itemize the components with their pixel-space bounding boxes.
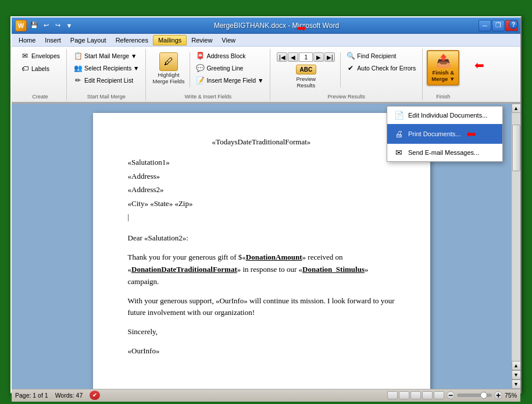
select-recip-label: Select Recipients ▼: [84, 65, 139, 72]
preview-results-button[interactable]: |◀ ◀ ▶ ▶| ABC PreviewResults: [274, 50, 338, 91]
scroll-track[interactable]: [512, 113, 520, 361]
wif-separator: [190, 52, 190, 87]
start-mail-merge-button[interactable]: 📋 Start Mail Merge ▼: [70, 50, 142, 62]
last-record-button[interactable]: ▶|: [324, 52, 335, 62]
ribbon-group-finish: 📤 Finish &Merge ▼ Finish ⬅: [423, 49, 463, 101]
next-record-button[interactable]: ▶: [313, 52, 324, 62]
spell-icon-inner: ✔: [92, 392, 97, 398]
save-qa-button[interactable]: 💾: [29, 20, 40, 31]
edit-individual-icon: 📄: [393, 109, 405, 121]
insert-merge-field-button[interactable]: 📝 Insert Merge Field ▼: [192, 75, 266, 86]
auto-check-errors-button[interactable]: ✔ Auto Check for Errors: [343, 62, 419, 74]
group-create-content: ✉ Envelopes 🏷 Labels: [17, 50, 63, 100]
labels-label: Labels: [31, 65, 49, 72]
envelopes-labels-col: ✉ Envelopes 🏷 Labels: [17, 50, 63, 83]
arrow-finish: ⬅: [474, 58, 484, 72]
vertical-scrollbar: ▲ ▲ ▼ ▼: [511, 104, 520, 389]
send-email-item[interactable]: ✉ Send E-mail Messages...: [387, 144, 502, 161]
edit-individual-docs-item[interactable]: 📄 Edit Individual Documents...: [387, 107, 502, 124]
menu-references[interactable]: References: [111, 36, 153, 45]
finish-merge-dropdown: 📄 Edit Individual Documents... 🖨 Print D…: [387, 106, 503, 162]
menu-home[interactable]: Home: [14, 36, 40, 45]
arrow-print: ⬅: [466, 127, 476, 141]
quick-access-toolbar: 💾 ↩ ↪ ▼: [29, 20, 74, 31]
send-email-icon: ✉: [393, 147, 405, 158]
menu-insert[interactable]: Insert: [40, 36, 66, 45]
qa-dropdown-button[interactable]: ▼: [64, 20, 74, 31]
finish-merge-label: Finish &Merge ▼: [431, 69, 455, 82]
full-screen-button[interactable]: [399, 391, 409, 399]
first-record-button[interactable]: |◀: [277, 52, 287, 62]
doc-citystatzip: «City» «State» «Zip»: [128, 198, 395, 210]
preview-col: 🔍 Find Recipient ✔ Auto Check for Errors: [343, 50, 419, 74]
ribbon: Home Insert Page Layout References Maili…: [12, 34, 520, 104]
status-right: − + 75%: [387, 391, 517, 399]
doc-para1: Thank you for your generous gift of $«Do…: [128, 251, 395, 288]
highlight-merge-fields-button[interactable]: 🖊 HighlightMerge Fields: [149, 50, 187, 87]
select-recipients-button[interactable]: 👥 Select Recipients ▼: [70, 62, 142, 74]
create-group-label: Create: [14, 94, 66, 100]
check-errors-label: Auto Check for Errors: [357, 65, 416, 72]
find-recip-icon: 🔍: [346, 51, 355, 61]
date-field: «TodaysDateTraditionalFormat»: [212, 137, 311, 146]
zoom-thumb: [480, 392, 487, 399]
scroll-thumb[interactable]: [512, 125, 520, 171]
edit-recipient-list-button[interactable]: ✏ Edit Recipient List: [70, 75, 142, 86]
menu-view[interactable]: View: [217, 36, 240, 45]
zoom-level: 75%: [505, 392, 517, 399]
find-recipient-button[interactable]: 🔍 Find Recipient: [343, 50, 419, 62]
ribbon-content: ✉ Envelopes 🏷 Labels Create: [12, 47, 520, 102]
smm-col: 📋 Start Mail Merge ▼ 👥 Select Recipients…: [70, 50, 142, 86]
print-documents-item[interactable]: 🖨 Print Documents... ⬅: [387, 124, 502, 144]
ribbon-group-start-mail-merge: 📋 Start Mail Merge ▼ 👥 Select Recipients…: [67, 49, 146, 101]
doc-address: «Address»: [128, 171, 395, 182]
zoom-slider[interactable]: [457, 394, 492, 397]
preview-icon: ABC: [297, 63, 315, 75]
restore-button[interactable]: ❐: [492, 20, 505, 31]
redo-qa-button[interactable]: ↪: [52, 20, 63, 31]
greeting-line-button[interactable]: 💬 Greeting Line: [192, 62, 266, 74]
zoom-in-button[interactable]: +: [494, 391, 502, 399]
labels-button[interactable]: 🏷 Labels: [17, 63, 63, 75]
find-recip-label: Find Recipient: [357, 52, 396, 59]
scroll-down-small-button[interactable]: ▼: [512, 370, 521, 380]
ribbon-group-write-insert: 🖊 HighlightMerge Fields 📮 Address Block …: [146, 49, 270, 101]
prev-record-button[interactable]: ◀: [288, 52, 298, 62]
start-mm-icon: 📋: [73, 51, 83, 61]
send-email-label: Send E-mail Messages...: [408, 149, 479, 156]
menubar: Home Insert Page Layout References Maili…: [12, 34, 520, 47]
group-wif-content: 🖊 HighlightMerge Fields 📮 Address Block …: [149, 50, 266, 100]
preview-group-label: Preview Results: [270, 94, 422, 100]
doc-sincerely: Sincerely,: [128, 326, 395, 338]
address-block-button[interactable]: 📮 Address Block: [192, 50, 266, 62]
edit-recip-label: Edit Recipient List: [84, 77, 133, 84]
greeting-line-icon: 💬: [195, 63, 205, 73]
print-docs-label: Print Documents...: [408, 130, 460, 137]
record-number-input[interactable]: [299, 52, 313, 62]
web-layout-button[interactable]: [410, 391, 421, 399]
finish-merge-icon: 📤: [435, 54, 451, 69]
status-left: Page: 1 of 1 Words: 47 ✔: [15, 391, 100, 400]
doc-greeting: Dear «Salutation2»:: [128, 232, 395, 244]
menu-mailings[interactable]: Mailings: [153, 35, 187, 45]
envelopes-button[interactable]: ✉ Envelopes: [17, 50, 63, 62]
scroll-down-button[interactable]: ▼: [512, 380, 521, 389]
minimize-button[interactable]: ─: [479, 20, 491, 31]
zoom-out-button[interactable]: −: [447, 391, 455, 399]
envelope-icon: ✉: [20, 51, 30, 61]
wif-group-label: Write & Insert Fields: [146, 94, 270, 100]
outline-button[interactable]: [422, 391, 433, 399]
help-button[interactable]: ?: [509, 20, 518, 29]
preview-label: PreviewResults: [296, 76, 316, 89]
scroll-up-small-button[interactable]: ▲: [512, 361, 521, 370]
finish-merge-button[interactable]: 📤 Finish &Merge ▼: [427, 50, 459, 86]
draft-button[interactable]: [434, 391, 444, 399]
menu-page-layout[interactable]: Page Layout: [66, 36, 111, 45]
scroll-up-button[interactable]: ▲: [512, 104, 521, 113]
spell-check-icon[interactable]: ✔: [90, 391, 100, 400]
document-page[interactable]: «TodaysDateTraditionalFormat» «Salutatio…: [93, 113, 430, 389]
print-layout-button[interactable]: [387, 391, 398, 399]
highlight-mf-label: HighlightMerge Fields: [152, 72, 184, 85]
undo-qa-button[interactable]: ↩: [41, 20, 51, 31]
menu-review[interactable]: Review: [187, 36, 217, 45]
